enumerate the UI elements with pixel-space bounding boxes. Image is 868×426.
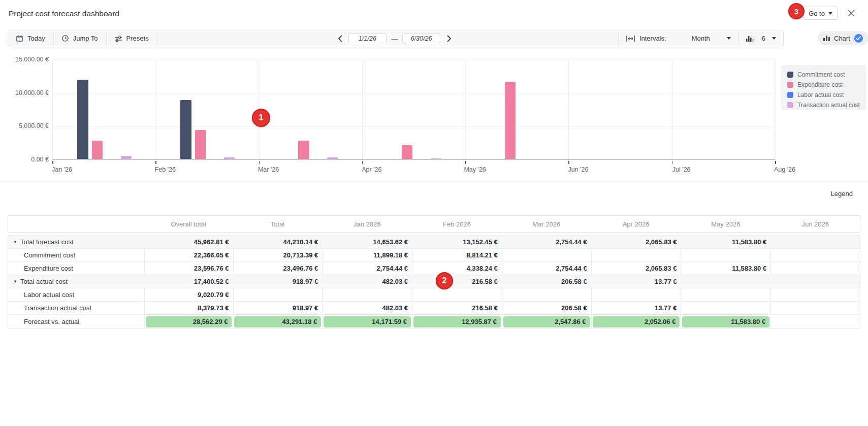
section-divider bbox=[0, 180, 868, 180]
previous-period-button[interactable] bbox=[336, 34, 344, 43]
annotation-badge-3: 3 bbox=[788, 3, 805, 19]
date-range-navigator: — bbox=[336, 31, 453, 46]
column-header-apr-2026: Apr 2026 bbox=[591, 220, 681, 228]
bar-commitment-cost-feb-26 bbox=[180, 100, 191, 159]
chart-view-toggle[interactable]: Chart bbox=[818, 31, 868, 45]
cell-commitment-cost-overall-total: 22,366.05 € bbox=[144, 249, 233, 261]
cell-total-actual-cost-mar-2026: 206.58 € bbox=[502, 275, 591, 288]
legend-item-transaction-actual-cost[interactable]: Transaction actual cost bbox=[787, 102, 866, 109]
intervals-value: Month bbox=[692, 35, 710, 42]
row-label-total-actual-cost: ▼Total actual cost bbox=[8, 275, 144, 288]
x-axis-label-apr-26: Apr '26 bbox=[362, 166, 381, 173]
close-button[interactable] bbox=[846, 8, 856, 18]
cell-total-forecast-cost-overall-total: 45,962.81 € bbox=[144, 236, 233, 248]
legend-item-expenditure-cost[interactable]: Expenditure cost bbox=[787, 81, 866, 88]
legend-item-label: Commitment cost bbox=[797, 71, 845, 78]
row-label-total-forecast-cost: ▼Total forecast cost bbox=[8, 236, 144, 248]
toolbar-right: Intervals: Month # 6 bbox=[618, 31, 783, 46]
y-axis-tick-label: 10,000.00 € bbox=[12, 89, 49, 96]
chevron-down-icon bbox=[772, 37, 776, 40]
legend-item-label: Expenditure cost bbox=[797, 81, 843, 88]
row-label-forecast-vs-actual: Forecast vs. actual bbox=[8, 315, 144, 329]
cell-labor-actual-cost-mar-2026 bbox=[502, 288, 591, 301]
row-label-expenditure-cost: Expenditure cost bbox=[8, 262, 144, 275]
cell-commitment-cost-jun-2026 bbox=[770, 249, 860, 261]
cell-total-actual-cost-overall-total: 17,400.52 € bbox=[144, 275, 233, 288]
cost-table-header: Overall totalTotalJan 2026Feb 2026Mar 20… bbox=[8, 215, 860, 233]
chevron-right-icon bbox=[447, 35, 452, 42]
cell-labor-actual-cost-jun-2026 bbox=[770, 288, 860, 301]
svg-text:#: # bbox=[752, 38, 755, 42]
x-axis-tick bbox=[155, 161, 156, 164]
today-button-label: Today bbox=[27, 35, 45, 42]
cell-forecast-vs-actual-mar-2026: 2,547.86 € bbox=[502, 315, 591, 329]
forecast-vs-actual-value-pill: 43,291.18 € bbox=[234, 316, 321, 327]
gridline-horizontal bbox=[53, 93, 775, 94]
cell-labor-actual-cost-total bbox=[233, 288, 323, 301]
bar-count-dropdown[interactable]: # 6 bbox=[738, 31, 783, 46]
today-button[interactable]: Today bbox=[8, 31, 54, 46]
table-row-forecast-vs-actual: Forecast vs. actual28,562.29 €43,291.18 … bbox=[8, 315, 860, 329]
table-row-total-forecast-cost: ▼Total forecast cost45,962.81 €44,210.14… bbox=[8, 236, 860, 249]
forecast-vs-actual-value-pill: 2,052.06 € bbox=[593, 316, 680, 327]
cell-forecast-vs-actual-feb-2026: 12,935.87 € bbox=[412, 315, 502, 329]
presets-button[interactable]: Presets bbox=[107, 31, 157, 46]
x-axis-tick bbox=[52, 161, 53, 164]
next-period-button[interactable] bbox=[445, 34, 453, 43]
cell-total-forecast-cost-total: 44,210.14 € bbox=[233, 236, 322, 248]
cell-forecast-vs-actual-apr-2026: 2,052.06 € bbox=[591, 315, 681, 329]
intervals-dropdown[interactable]: Intervals: Month bbox=[618, 31, 738, 46]
x-axis-tick bbox=[672, 161, 673, 164]
gridline-vertical bbox=[155, 60, 156, 159]
cell-transaction-actual-cost-feb-2026: 216.58 € bbox=[412, 302, 502, 314]
row-label-transaction-actual-cost: Transaction actual cost bbox=[8, 302, 144, 314]
cell-transaction-actual-cost-overall-total: 8,379.73 € bbox=[144, 302, 233, 314]
cell-expenditure-cost-jan-2026: 2,754.44 € bbox=[322, 262, 412, 275]
date-range-separator: — bbox=[391, 35, 398, 43]
cell-total-forecast-cost-mar-2026: 2,754.44 € bbox=[502, 236, 591, 248]
date-from-input[interactable] bbox=[348, 34, 387, 43]
gridline-vertical bbox=[465, 60, 466, 159]
legend-item-labor-actual-cost[interactable]: Labor actual cost bbox=[787, 91, 866, 99]
x-axis-tick bbox=[362, 161, 363, 164]
table-row-expenditure-cost: Expenditure cost23,596.76 €23,496.76 €2,… bbox=[8, 262, 860, 275]
chevron-left-icon bbox=[338, 35, 342, 42]
forecast-vs-actual-value-pill: 2,547.86 € bbox=[503, 316, 590, 327]
x-axis-label-may-26: May '26 bbox=[464, 166, 486, 173]
presets-button-label: Presets bbox=[126, 35, 149, 42]
bar-transaction-actual-cost-jan-26 bbox=[121, 156, 132, 159]
cell-labor-actual-cost-apr-2026 bbox=[591, 288, 681, 301]
cell-labor-actual-cost-overall-total: 9,020.79 € bbox=[144, 288, 233, 301]
bar-transaction-actual-cost-apr-26 bbox=[431, 158, 442, 159]
x-axis-tick bbox=[259, 161, 260, 164]
chevron-down-icon bbox=[727, 37, 731, 40]
bar-commitment-cost-jan-26 bbox=[77, 80, 88, 159]
cell-total-actual-cost-feb-2026: 216.58 € bbox=[412, 275, 502, 288]
cell-expenditure-cost-overall-total: 23,596.76 € bbox=[144, 262, 233, 275]
chart-view-toggle-label: Chart bbox=[834, 35, 850, 42]
bar-expenditure-cost-mar-26 bbox=[298, 141, 309, 159]
cell-total-actual-cost-may-2026 bbox=[681, 275, 770, 288]
bar-expenditure-cost-jan-26 bbox=[92, 141, 103, 159]
legend-item-commitment-cost[interactable]: Commitment cost bbox=[787, 71, 866, 78]
collapse-toggle-icon[interactable]: ▼ bbox=[13, 279, 17, 284]
forecast-vs-actual-value-pill: 12,935.87 € bbox=[413, 316, 501, 327]
cell-total-forecast-cost-jun-2026 bbox=[770, 236, 860, 248]
goto-button[interactable]: Go to bbox=[803, 7, 838, 20]
collapse-toggle-icon[interactable]: ▼ bbox=[13, 240, 17, 244]
sliders-icon bbox=[115, 36, 122, 42]
intervals-label: Intervals: bbox=[639, 35, 666, 42]
chart-plot-area bbox=[52, 60, 775, 160]
cell-commitment-cost-jan-2026: 11,899.18 € bbox=[322, 249, 412, 261]
cell-commitment-cost-mar-2026 bbox=[502, 249, 591, 261]
legend-link[interactable]: Legend bbox=[831, 190, 853, 198]
jump-to-button[interactable]: Jump To bbox=[54, 31, 107, 46]
x-axis-label-jun-26: Jun '26 bbox=[568, 166, 588, 173]
cell-expenditure-cost-feb-2026: 4,338.24 € bbox=[412, 262, 502, 275]
date-to-input[interactable] bbox=[402, 34, 440, 43]
cell-total-forecast-cost-feb-2026: 13,152.45 € bbox=[412, 236, 502, 248]
cell-commitment-cost-apr-2026 bbox=[591, 249, 681, 261]
cell-forecast-vs-actual-may-2026: 11,583.80 € bbox=[681, 315, 770, 329]
cell-transaction-actual-cost-jan-2026: 482.03 € bbox=[322, 302, 412, 314]
cell-labor-actual-cost-jan-2026 bbox=[322, 288, 412, 301]
